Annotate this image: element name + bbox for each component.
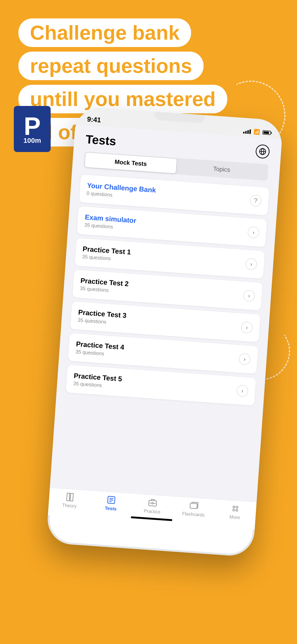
test-item-info: Practice Test 1 35 questions [82,245,131,263]
svg-point-14 [233,509,235,511]
nav-label-tests: Tests [105,506,117,512]
chevron-button[interactable]: › [245,258,258,270]
sidebar-item-tests[interactable]: Tests [90,494,132,512]
signal-icon [243,128,251,134]
test-item-info: Exam simulator 35 questions [84,213,136,232]
sidebar-item-more[interactable]: More [214,502,256,521]
svg-line-7 [109,500,113,500]
status-icons: 📶 [243,128,271,136]
svg-rect-3 [66,493,70,501]
bottom-nav: Theory Tests [48,488,256,530]
nav-label-practice: Practice [144,508,161,515]
hero-line2: repeat questions [30,54,192,77]
test-item-info: Practice Test 4 35 questions [75,340,124,358]
svg-line-2 [260,151,266,152]
svg-point-13 [236,506,238,508]
status-time: 9:41 [87,115,101,124]
test-item-info: Practice Test 5 35 questions [73,372,122,390]
nav-label-theory: Theory [62,502,77,509]
more-icon [230,504,240,514]
parking-sign: P 100m [14,106,51,152]
nav-label-more: More [229,514,240,520]
svg-point-15 [236,509,238,511]
sidebar-item-theory[interactable]: Theory [48,491,91,510]
hero-line3: untill you mastered [30,88,216,110]
parking-letter: P [24,114,40,139]
chevron-button[interactable]: › [240,321,253,334]
globe-icon[interactable] [255,144,270,159]
chevron-button[interactable]: › [247,226,260,238]
sidebar-item-practice[interactable]: Practice [131,497,174,516]
hero-pill-2: repeat questions [18,52,204,80]
chevron-button[interactable]: › [243,290,255,302]
test-item-info: Practice Test 2 35 questions [80,277,129,294]
svg-point-10 [152,502,153,504]
svg-line-6 [110,498,114,498]
test-item-info: Practice Test 3 35 questions [78,308,127,326]
phone-wrapper: 9:41 📶 Tests [32,113,297,550]
hero-pill-1: Challenge bank [18,18,191,47]
svg-rect-4 [70,493,73,501]
chevron-button[interactable]: › [236,385,248,397]
practice-icon [148,498,158,508]
test-item-info: Your Challenge Bank 0 questions [86,182,156,201]
test-list: Your Challenge Bank 0 questions ? Exam s… [56,167,279,413]
battery-icon [262,130,271,135]
nav-label-flashcards: Flashcards [182,511,205,518]
tests-icon [106,495,116,505]
wifi-icon: 📶 [254,129,260,135]
parking-distance: 100m [24,136,41,144]
sidebar-item-flashcards[interactable]: Flashcards [172,500,215,518]
svg-point-12 [233,506,235,508]
flashcards-icon [189,501,199,511]
hero-line1: Challenge bank [30,21,180,44]
svg-line-8 [109,502,112,502]
phone-mockup: 9:41 📶 Tests [46,106,283,557]
theory-icon [65,492,75,502]
question-button[interactable]: ? [250,195,262,207]
phone-screen: Tests Mock Tests Topics [48,124,282,530]
app-title: Tests [85,132,116,148]
svg-rect-11 [190,503,197,509]
chevron-button[interactable]: › [238,353,251,365]
